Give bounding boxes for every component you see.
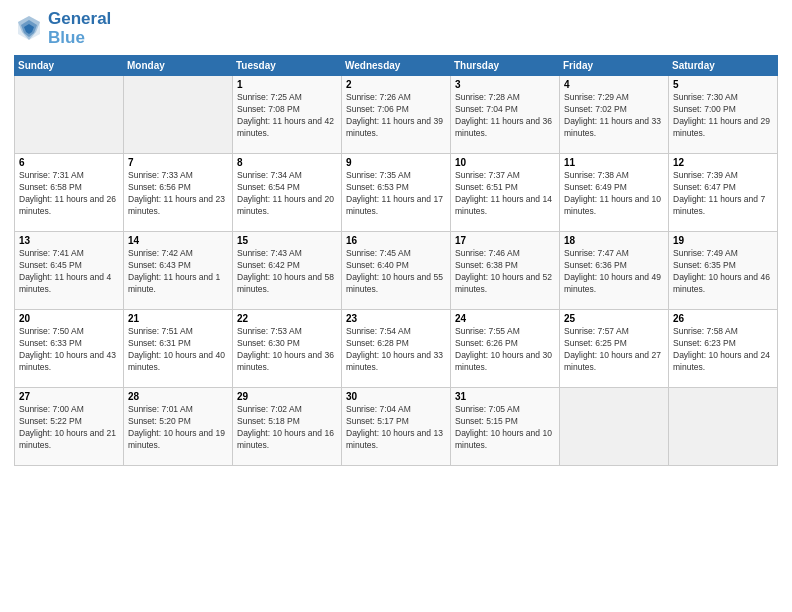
day-number: 12 <box>673 157 773 168</box>
weekday-header-cell: Sunday <box>15 56 124 76</box>
day-number: 23 <box>346 313 446 324</box>
day-number: 30 <box>346 391 446 402</box>
calendar-day-cell: 11Sunrise: 7:38 AMSunset: 6:49 PMDayligh… <box>560 154 669 232</box>
calendar-day-cell: 22Sunrise: 7:53 AMSunset: 6:30 PMDayligh… <box>233 310 342 388</box>
day-number: 4 <box>564 79 664 90</box>
logo-icon <box>14 12 44 42</box>
day-number: 29 <box>237 391 337 402</box>
calendar-day-cell: 16Sunrise: 7:45 AMSunset: 6:40 PMDayligh… <box>342 232 451 310</box>
calendar-day-cell: 7Sunrise: 7:33 AMSunset: 6:56 PMDaylight… <box>124 154 233 232</box>
day-info: Sunrise: 7:26 AMSunset: 7:06 PMDaylight:… <box>346 92 446 140</box>
calendar-table: SundayMondayTuesdayWednesdayThursdayFrid… <box>14 55 778 466</box>
calendar-day-cell: 29Sunrise: 7:02 AMSunset: 5:18 PMDayligh… <box>233 388 342 466</box>
calendar-day-cell: 18Sunrise: 7:47 AMSunset: 6:36 PMDayligh… <box>560 232 669 310</box>
day-number: 10 <box>455 157 555 168</box>
day-info: Sunrise: 7:49 AMSunset: 6:35 PMDaylight:… <box>673 248 773 296</box>
day-info: Sunrise: 7:35 AMSunset: 6:53 PMDaylight:… <box>346 170 446 218</box>
calendar-day-cell: 31Sunrise: 7:05 AMSunset: 5:15 PMDayligh… <box>451 388 560 466</box>
calendar-day-cell: 23Sunrise: 7:54 AMSunset: 6:28 PMDayligh… <box>342 310 451 388</box>
calendar-day-cell: 8Sunrise: 7:34 AMSunset: 6:54 PMDaylight… <box>233 154 342 232</box>
day-info: Sunrise: 7:28 AMSunset: 7:04 PMDaylight:… <box>455 92 555 140</box>
day-number: 8 <box>237 157 337 168</box>
calendar-week-row: 27Sunrise: 7:00 AMSunset: 5:22 PMDayligh… <box>15 388 778 466</box>
day-number: 27 <box>19 391 119 402</box>
day-number: 13 <box>19 235 119 246</box>
calendar-body: 1Sunrise: 7:25 AMSunset: 7:08 PMDaylight… <box>15 76 778 466</box>
day-info: Sunrise: 7:47 AMSunset: 6:36 PMDaylight:… <box>564 248 664 296</box>
calendar-day-cell <box>560 388 669 466</box>
calendar-day-cell: 19Sunrise: 7:49 AMSunset: 6:35 PMDayligh… <box>669 232 778 310</box>
day-info: Sunrise: 7:33 AMSunset: 6:56 PMDaylight:… <box>128 170 228 218</box>
day-info: Sunrise: 7:43 AMSunset: 6:42 PMDaylight:… <box>237 248 337 296</box>
day-info: Sunrise: 7:05 AMSunset: 5:15 PMDaylight:… <box>455 404 555 452</box>
calendar-day-cell: 25Sunrise: 7:57 AMSunset: 6:25 PMDayligh… <box>560 310 669 388</box>
day-number: 15 <box>237 235 337 246</box>
calendar-day-cell: 10Sunrise: 7:37 AMSunset: 6:51 PMDayligh… <box>451 154 560 232</box>
calendar-day-cell: 3Sunrise: 7:28 AMSunset: 7:04 PMDaylight… <box>451 76 560 154</box>
day-info: Sunrise: 7:50 AMSunset: 6:33 PMDaylight:… <box>19 326 119 374</box>
weekday-header-cell: Saturday <box>669 56 778 76</box>
day-info: Sunrise: 7:29 AMSunset: 7:02 PMDaylight:… <box>564 92 664 140</box>
calendar-week-row: 20Sunrise: 7:50 AMSunset: 6:33 PMDayligh… <box>15 310 778 388</box>
calendar-day-cell: 24Sunrise: 7:55 AMSunset: 6:26 PMDayligh… <box>451 310 560 388</box>
weekday-header-cell: Tuesday <box>233 56 342 76</box>
day-number: 2 <box>346 79 446 90</box>
day-info: Sunrise: 7:37 AMSunset: 6:51 PMDaylight:… <box>455 170 555 218</box>
calendar-day-cell: 6Sunrise: 7:31 AMSunset: 6:58 PMDaylight… <box>15 154 124 232</box>
day-info: Sunrise: 7:31 AMSunset: 6:58 PMDaylight:… <box>19 170 119 218</box>
calendar-day-cell: 17Sunrise: 7:46 AMSunset: 6:38 PMDayligh… <box>451 232 560 310</box>
day-info: Sunrise: 7:25 AMSunset: 7:08 PMDaylight:… <box>237 92 337 140</box>
weekday-header-cell: Thursday <box>451 56 560 76</box>
day-info: Sunrise: 7:02 AMSunset: 5:18 PMDaylight:… <box>237 404 337 452</box>
calendar-week-row: 13Sunrise: 7:41 AMSunset: 6:45 PMDayligh… <box>15 232 778 310</box>
day-number: 18 <box>564 235 664 246</box>
day-info: Sunrise: 7:30 AMSunset: 7:00 PMDaylight:… <box>673 92 773 140</box>
day-number: 25 <box>564 313 664 324</box>
day-info: Sunrise: 7:55 AMSunset: 6:26 PMDaylight:… <box>455 326 555 374</box>
calendar-day-cell: 4Sunrise: 7:29 AMSunset: 7:02 PMDaylight… <box>560 76 669 154</box>
calendar-day-cell: 21Sunrise: 7:51 AMSunset: 6:31 PMDayligh… <box>124 310 233 388</box>
day-number: 5 <box>673 79 773 90</box>
day-number: 6 <box>19 157 119 168</box>
header: General Blue <box>14 10 778 47</box>
logo: General Blue <box>14 10 111 47</box>
day-info: Sunrise: 7:53 AMSunset: 6:30 PMDaylight:… <box>237 326 337 374</box>
calendar-week-row: 6Sunrise: 7:31 AMSunset: 6:58 PMDaylight… <box>15 154 778 232</box>
calendar-day-cell: 20Sunrise: 7:50 AMSunset: 6:33 PMDayligh… <box>15 310 124 388</box>
calendar-day-cell <box>124 76 233 154</box>
day-info: Sunrise: 7:42 AMSunset: 6:43 PMDaylight:… <box>128 248 228 296</box>
day-number: 19 <box>673 235 773 246</box>
day-info: Sunrise: 7:34 AMSunset: 6:54 PMDaylight:… <box>237 170 337 218</box>
day-info: Sunrise: 7:39 AMSunset: 6:47 PMDaylight:… <box>673 170 773 218</box>
day-info: Sunrise: 7:41 AMSunset: 6:45 PMDaylight:… <box>19 248 119 296</box>
day-number: 17 <box>455 235 555 246</box>
day-info: Sunrise: 7:45 AMSunset: 6:40 PMDaylight:… <box>346 248 446 296</box>
calendar-day-cell: 15Sunrise: 7:43 AMSunset: 6:42 PMDayligh… <box>233 232 342 310</box>
weekday-header-cell: Wednesday <box>342 56 451 76</box>
calendar-day-cell <box>15 76 124 154</box>
calendar-day-cell: 12Sunrise: 7:39 AMSunset: 6:47 PMDayligh… <box>669 154 778 232</box>
day-info: Sunrise: 7:01 AMSunset: 5:20 PMDaylight:… <box>128 404 228 452</box>
day-number: 28 <box>128 391 228 402</box>
day-info: Sunrise: 7:38 AMSunset: 6:49 PMDaylight:… <box>564 170 664 218</box>
calendar-day-cell: 2Sunrise: 7:26 AMSunset: 7:06 PMDaylight… <box>342 76 451 154</box>
day-number: 20 <box>19 313 119 324</box>
calendar-day-cell: 5Sunrise: 7:30 AMSunset: 7:00 PMDaylight… <box>669 76 778 154</box>
day-number: 9 <box>346 157 446 168</box>
calendar-day-cell: 1Sunrise: 7:25 AMSunset: 7:08 PMDaylight… <box>233 76 342 154</box>
day-info: Sunrise: 7:54 AMSunset: 6:28 PMDaylight:… <box>346 326 446 374</box>
calendar-day-cell: 30Sunrise: 7:04 AMSunset: 5:17 PMDayligh… <box>342 388 451 466</box>
day-number: 21 <box>128 313 228 324</box>
day-number: 11 <box>564 157 664 168</box>
day-info: Sunrise: 7:51 AMSunset: 6:31 PMDaylight:… <box>128 326 228 374</box>
weekday-header-cell: Friday <box>560 56 669 76</box>
day-number: 1 <box>237 79 337 90</box>
day-number: 24 <box>455 313 555 324</box>
calendar-day-cell: 13Sunrise: 7:41 AMSunset: 6:45 PMDayligh… <box>15 232 124 310</box>
calendar-day-cell <box>669 388 778 466</box>
day-number: 7 <box>128 157 228 168</box>
day-number: 14 <box>128 235 228 246</box>
day-info: Sunrise: 7:46 AMSunset: 6:38 PMDaylight:… <box>455 248 555 296</box>
day-info: Sunrise: 7:00 AMSunset: 5:22 PMDaylight:… <box>19 404 119 452</box>
calendar-day-cell: 14Sunrise: 7:42 AMSunset: 6:43 PMDayligh… <box>124 232 233 310</box>
